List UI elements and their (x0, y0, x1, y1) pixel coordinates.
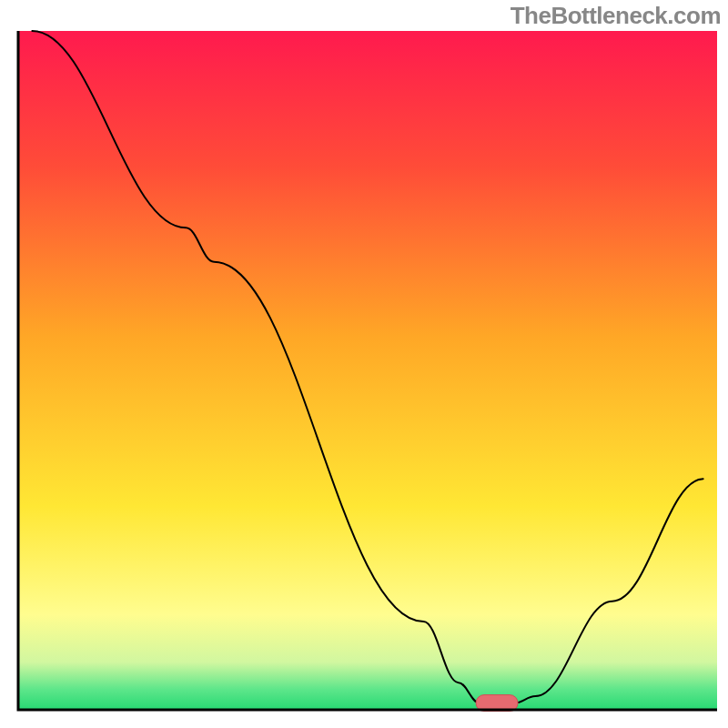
gradient-background (18, 31, 717, 710)
bottleneck-chart (0, 0, 728, 728)
chart-container: TheBottleneck.com (0, 0, 728, 728)
watermark-text: TheBottleneck.com (511, 2, 721, 30)
